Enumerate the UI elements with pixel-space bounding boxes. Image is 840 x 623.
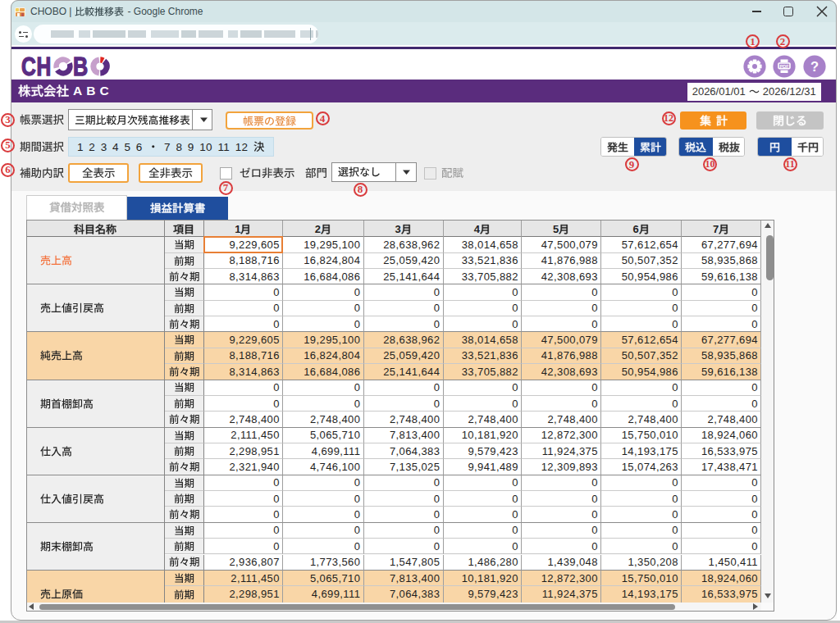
svg-text:PDF: PDF: [779, 64, 789, 69]
svg-text:?: ?: [810, 59, 818, 74]
